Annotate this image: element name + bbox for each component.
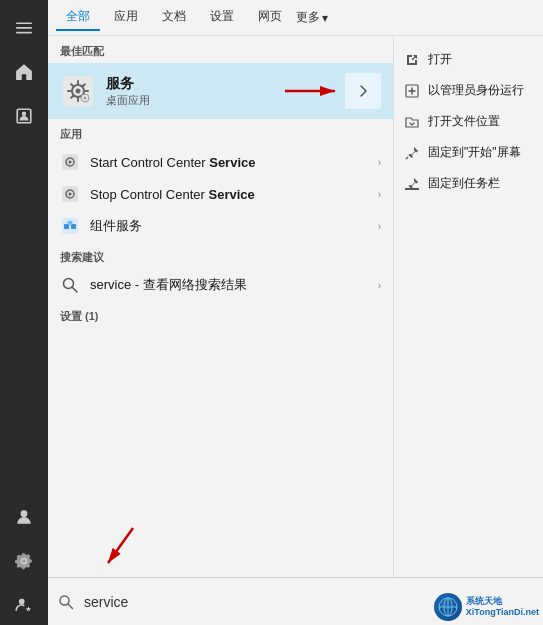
tab-bar: 全部 应用 文档 设置 网页 更多 ▾ [48,0,543,36]
pin-taskbar-label: 固定到任务栏 [428,175,500,192]
services-icon [60,73,96,109]
watermark-globe [434,593,462,621]
pin-start-button[interactable]: 固定到"开始"屏幕 [394,137,543,168]
app-item-stop-control[interactable]: Stop Control Center Service › [48,178,393,210]
svg-point-17 [69,161,72,164]
search-results-panel: 全部 应用 文档 设置 网页 更多 ▾ 最佳匹配 [48,0,543,625]
sidebar [0,0,48,625]
best-match-header: 最佳匹配 [48,36,393,63]
open-label: 打开 [428,51,452,68]
sidebar-contact-button[interactable] [4,96,44,136]
pin-start-label: 固定到"开始"屏幕 [428,144,521,161]
tab-settings[interactable]: 设置 [200,4,244,31]
admin-run-button[interactable]: 以管理员身份运行 [394,75,543,106]
search-icon [56,592,76,612]
file-location-icon [404,114,420,130]
tab-more[interactable]: 更多 ▾ [296,9,328,26]
sidebar-settings-button[interactable] [4,541,44,581]
app-item-3-text: 组件服务 [90,217,378,235]
svg-point-5 [21,510,28,517]
open-button[interactable]: 打开 [394,44,543,75]
svg-line-31 [108,528,133,563]
svg-rect-24 [68,221,73,225]
results-list: 最佳匹配 [48,36,393,577]
pin-taskbar-icon [404,176,420,192]
app-item-1-chevron: › [378,157,381,168]
app-icon-2 [60,184,80,204]
watermark: 系统天地 XiTongTianDi.net [434,593,539,621]
pin-taskbar-button[interactable]: 固定到任务栏 [394,168,543,199]
svg-marker-7 [26,606,32,611]
sidebar-account-button[interactable] [4,585,44,625]
apps-header: 应用 [48,119,393,146]
tab-docs[interactable]: 文档 [152,4,196,31]
best-match-red-arrow [283,79,343,103]
sidebar-user-button[interactable] [4,497,44,537]
svg-point-12 [84,97,87,100]
file-location-label: 打开文件位置 [428,113,500,130]
settings-header: 设置 (1) [48,301,393,328]
app-icon-3 [60,216,80,236]
watermark-text: 系统天地 XiTongTianDi.net [466,596,539,618]
tab-apps[interactable]: 应用 [104,4,148,31]
admin-run-label: 以管理员身份运行 [428,82,524,99]
pin-start-icon [404,145,420,161]
app-item-1-text: Start Control Center Service [90,155,378,170]
svg-point-4 [22,112,27,117]
sidebar-home-button[interactable] [4,52,44,92]
svg-rect-1 [16,27,32,29]
best-match-arrow-button[interactable] [345,73,381,109]
search-web-icon [60,275,80,295]
web-search-text: service - 查看网络搜索结果 [90,276,378,294]
svg-rect-0 [16,22,32,24]
chevron-right-icon [355,83,371,99]
app-item-3-chevron: › [378,221,381,232]
app-item-2-text: Stop Control Center Service [90,187,378,202]
open-file-location-button[interactable]: 打开文件位置 [394,106,543,137]
tab-all[interactable]: 全部 [56,4,100,31]
svg-line-28 [406,157,408,159]
app-item-start-control[interactable]: Start Control Center Service › [48,146,393,178]
tab-web[interactable]: 网页 [248,4,292,31]
web-search-item[interactable]: service - 查看网络搜索结果 › [48,269,393,301]
search-red-arrow [103,523,153,573]
open-icon [404,52,420,68]
svg-point-10 [76,89,81,94]
app-item-2-chevron: › [378,189,381,200]
sidebar-menu-button[interactable] [4,8,44,48]
svg-rect-2 [16,32,32,34]
right-panel: 打开 以管理员身份运行 [393,36,543,577]
web-search-chevron: › [378,280,381,291]
app-icon-1 [60,152,80,172]
svg-point-6 [19,599,25,605]
suggestions-header: 搜索建议 [48,242,393,269]
svg-rect-29 [405,188,419,190]
app-item-component-services[interactable]: 组件服务 › [48,210,393,242]
svg-point-20 [69,193,72,196]
admin-run-icon [404,83,420,99]
svg-line-33 [68,604,73,609]
svg-line-26 [72,287,77,292]
best-match-item[interactable]: 服务 桌面应用 [48,63,393,119]
